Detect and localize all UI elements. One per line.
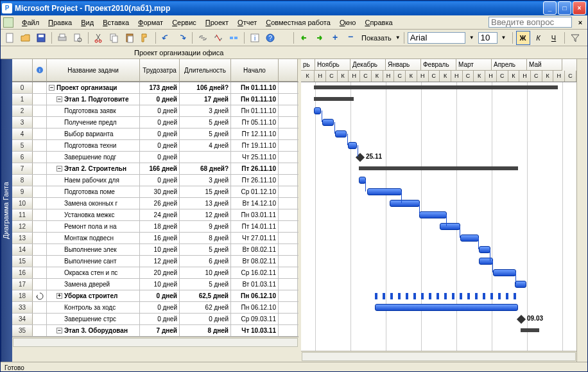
hide-subtasks-button[interactable]: −	[343, 31, 358, 45]
table-row[interactable]: 1−Этап 1. Подготовите0 дней17 днейПн 01.…	[12, 94, 298, 105]
close-button[interactable]: ×	[573, 1, 586, 15]
week-header[interactable]: Н	[451, 71, 463, 82]
start-cell[interactable]: Вт 14.12.10	[231, 198, 279, 209]
show-label[interactable]: Показать	[359, 34, 394, 42]
menu-Вид[interactable]: Вид	[76, 17, 98, 28]
col-name[interactable]: Название задачи	[47, 59, 140, 82]
month-header[interactable]: Май	[527, 59, 562, 71]
work-cell[interactable]: 16 дней	[140, 233, 180, 244]
table-row[interactable]: 33Контроль за ходс0 дней62 днейПн 06.12.…	[12, 302, 298, 314]
menu-Справка[interactable]: Справка	[360, 17, 397, 28]
col-start[interactable]: Начало	[231, 59, 279, 82]
month-header[interactable]: Январь	[386, 59, 421, 71]
row-number[interactable]: 10	[12, 198, 33, 209]
work-cell[interactable]: 12 дней	[140, 256, 180, 267]
start-cell[interactable]: Пт 14.01.11	[231, 221, 279, 232]
month-header[interactable]: Март	[456, 59, 492, 71]
start-cell[interactable]: Пн 01.11.10	[231, 105, 279, 116]
extra-cell[interactable]	[279, 186, 298, 197]
extra-cell[interactable]	[279, 82, 298, 93]
duration-cell[interactable]: 5 дней	[180, 117, 231, 128]
split-button[interactable]	[227, 31, 241, 45]
work-cell[interactable]: 0 дней	[140, 175, 180, 186]
week-header[interactable]: С	[429, 71, 440, 82]
duration-cell[interactable]: 4 дней	[180, 140, 231, 151]
row-number[interactable]: 12	[12, 221, 33, 232]
menu-Отчет[interactable]: Отчет	[233, 17, 261, 28]
menu-Окно[interactable]: Окно	[335, 17, 361, 28]
link-button[interactable]	[196, 31, 210, 45]
month-header[interactable]: Ноябрь	[315, 59, 350, 71]
duration-cell[interactable]: 62 дней	[180, 302, 231, 313]
expand-toggle[interactable]: −	[56, 328, 62, 333]
row-number[interactable]: 9	[12, 186, 33, 197]
extra-cell[interactable]	[279, 94, 298, 105]
menu-Сервис[interactable]: Сервис	[168, 17, 201, 28]
duration-cell[interactable]: 5 дней	[180, 128, 231, 139]
task-name-cell[interactable]: Ремонт пола и на	[47, 221, 140, 232]
start-cell[interactable]: Вт 01.03.11	[231, 279, 279, 290]
row-number[interactable]: 14	[12, 244, 33, 255]
table-row[interactable]: 0−Проект организаци173 дней106 дней?Пн 0…	[12, 82, 298, 94]
row-number[interactable]: 16	[12, 267, 33, 278]
table-row[interactable]: 8Наем рабочих для0 дней3 днейПт 26.11.10	[12, 175, 298, 186]
save-button[interactable]	[34, 31, 48, 45]
week-header[interactable]: С	[565, 71, 576, 82]
week-header[interactable]: С	[531, 71, 542, 82]
expand-toggle[interactable]: −	[56, 96, 62, 102]
indent-button[interactable]	[313, 31, 327, 45]
row-number[interactable]: 4	[12, 128, 33, 139]
extra-cell[interactable]	[279, 209, 298, 220]
week-header[interactable]: К	[542, 71, 554, 82]
week-header[interactable]: С	[497, 71, 508, 82]
row-number[interactable]: 8	[12, 175, 33, 186]
task-name-cell[interactable]: Завершение стрс	[47, 314, 140, 324]
extra-cell[interactable]	[279, 117, 298, 128]
week-header[interactable]: Н	[417, 71, 429, 82]
work-cell[interactable]: 26 дней	[140, 198, 180, 209]
start-cell[interactable]: Ср 16.02.11	[231, 267, 279, 278]
bold-button[interactable]: Ж	[516, 31, 530, 45]
task-name-cell[interactable]: Контроль за ходс	[47, 302, 140, 313]
col-extra[interactable]	[279, 59, 298, 82]
work-cell[interactable]: 30 дней	[140, 186, 180, 197]
vscroll[interactable]	[576, 59, 587, 362]
paste-button[interactable]	[123, 31, 137, 45]
info-button[interactable]: i	[248, 31, 262, 45]
week-header[interactable]: Н	[519, 71, 531, 82]
week-header[interactable]: К	[406, 71, 417, 82]
duration-cell[interactable]: 5 дней	[180, 279, 231, 290]
week-header[interactable]: Н	[553, 71, 565, 82]
task-name-cell[interactable]: Замена оконных г	[47, 198, 140, 209]
col-duration[interactable]: Длительность	[180, 59, 231, 82]
filter-button[interactable]	[568, 31, 582, 45]
week-header[interactable]: К	[440, 71, 451, 82]
table-row[interactable]: 10Замена оконных г26 дней13 днейВт 14.12…	[12, 198, 298, 209]
work-cell[interactable]: 0 дней	[140, 302, 180, 313]
row-number[interactable]: 11	[12, 209, 33, 220]
rolled-up-bar[interactable]	[375, 292, 519, 300]
start-cell[interactable]: Пн 03.01.11	[231, 209, 279, 220]
row-number[interactable]: 34	[12, 314, 33, 324]
task-name-cell[interactable]: Завершение подг	[47, 152, 140, 163]
work-cell[interactable]: 0 дней	[140, 140, 180, 151]
menu-Файл[interactable]: Файл	[17, 17, 44, 28]
extra-cell[interactable]	[279, 244, 298, 255]
task-bar[interactable]	[460, 235, 479, 242]
work-cell[interactable]: 10 дней	[140, 279, 180, 290]
task-bar[interactable]	[479, 258, 493, 265]
col-indicator[interactable]: i	[33, 59, 47, 82]
task-name-cell[interactable]: Установка межкс	[47, 209, 140, 220]
week-header[interactable]: К	[372, 71, 383, 82]
duration-cell[interactable]: 10 дней	[180, 267, 231, 278]
work-cell[interactable]: 0 дней	[140, 152, 180, 163]
grid-hscroll[interactable]	[12, 337, 298, 348]
start-cell[interactable]: Пт 12.11.10	[231, 128, 279, 139]
extra-cell[interactable]	[279, 233, 298, 244]
table-row[interactable]: 18+Уборка строител0 дней62,5 днейПн 06.1…	[12, 290, 298, 302]
expand-toggle[interactable]: −	[49, 85, 55, 91]
new-button[interactable]	[3, 31, 17, 45]
work-cell[interactable]: 0 дней	[140, 117, 180, 128]
duration-cell[interactable]: 9 дней	[180, 221, 231, 232]
week-header[interactable]: К	[301, 71, 315, 82]
